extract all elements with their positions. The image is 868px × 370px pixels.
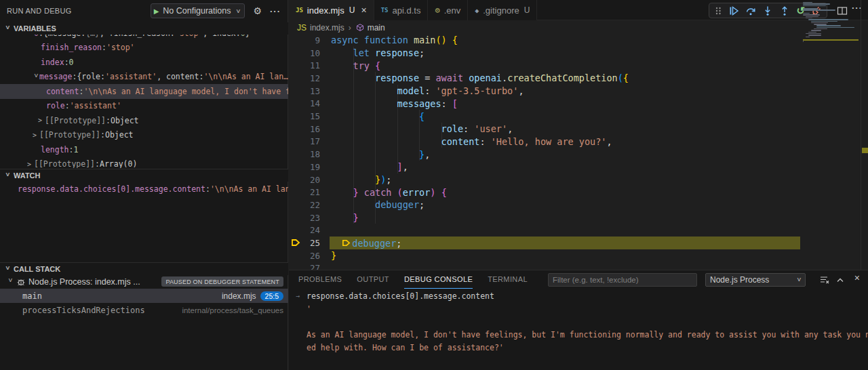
gutter-glyph-margin[interactable] (289, 161, 304, 173)
line-number[interactable]: 19 (304, 162, 320, 172)
line-number[interactable]: 24 (304, 225, 320, 235)
line-number[interactable]: 23 (304, 213, 320, 223)
variables-section-header[interactable]: > VARIABLES (0, 22, 288, 35)
panel-tab-terminal[interactable]: TERMINAL (488, 270, 528, 289)
maximize-panel-icon[interactable] (835, 274, 846, 285)
gutter-glyph-margin[interactable] (289, 98, 304, 110)
gutter-glyph-margin[interactable] (289, 47, 304, 60)
tab-.gitignore[interactable]: ◆.gitignoreU (468, 0, 537, 20)
variable-row[interactable]: >message: {role: 'assistant', content: '… (0, 70, 288, 85)
variable-row[interactable]: index: 0 (0, 55, 288, 70)
gutter-glyph-margin[interactable] (289, 59, 304, 72)
debug-process-dropdown[interactable]: Node.js Process > (705, 273, 806, 287)
line-number[interactable]: 17 (304, 136, 320, 146)
breadcrumb-file[interactable]: index.mjs (310, 23, 344, 33)
gutter-glyph-margin[interactable] (289, 173, 304, 186)
gutter-glyph-margin[interactable] (289, 148, 304, 161)
clear-console-icon[interactable] (819, 274, 830, 285)
gutter-glyph-margin[interactable] (289, 123, 304, 136)
line-number[interactable]: 20 (304, 175, 320, 185)
code-line[interactable]: 19 ], (289, 161, 868, 173)
tab-api.d.ts[interactable]: TSapi.d.ts (374, 0, 429, 20)
panel-tab-output[interactable]: OUTPUT (357, 270, 389, 289)
gutter-glyph-margin[interactable] (289, 136, 304, 148)
panel-tab-problems[interactable]: PROBLEMS (298, 270, 342, 289)
step-out-icon[interactable] (779, 5, 790, 16)
code-line[interactable]: 10 let response; (289, 47, 868, 60)
gutter-glyph-margin[interactable] (289, 110, 304, 123)
code-line[interactable]: 20 }); (289, 173, 868, 186)
gutter-glyph-margin[interactable] (289, 262, 304, 270)
gear-icon[interactable]: ⚙ (253, 5, 262, 16)
more-actions-icon[interactable]: ··· (270, 6, 281, 16)
variable-row[interactable]: role: 'assistant' (0, 99, 288, 114)
line-number[interactable]: 22 (304, 200, 320, 210)
gutter-glyph-margin[interactable] (289, 72, 304, 85)
breadcrumb[interactable]: JS index.mjs › main (289, 20, 868, 35)
code-line[interactable]: 23 } (289, 211, 868, 224)
close-tab-icon[interactable]: × (361, 5, 366, 16)
start-debugging-icon[interactable]: ▶ (154, 7, 159, 15)
launch-config-dropdown[interactable]: ▶ No Configurations > (151, 3, 245, 18)
gutter-glyph-margin[interactable] (289, 224, 304, 237)
code-line[interactable]: 22 debugger; (289, 199, 868, 211)
gutter-glyph-margin[interactable] (289, 249, 304, 262)
line-number[interactable]: 18 (304, 149, 320, 159)
code-line[interactable]: 16 role: 'user', (289, 123, 868, 136)
code-line[interactable]: 25 debugger; (289, 237, 868, 249)
variable-row[interactable]: content: '\n\nAs an AI language model, I… (0, 84, 288, 99)
line-number[interactable]: 9 (304, 35, 320, 45)
line-number[interactable]: 27 (304, 263, 320, 270)
tab-index.mjs[interactable]: JSindex.mjsU× (289, 0, 374, 20)
gutter-glyph-margin[interactable] (289, 237, 304, 249)
line-number[interactable]: 21 (304, 187, 320, 197)
console-filter-input[interactable] (548, 273, 697, 287)
code-line[interactable]: 12 response = await openai.createChatCom… (289, 72, 868, 85)
variable-row[interactable]: >[[Prototype]]: Object (0, 128, 288, 143)
code-line[interactable]: 9async function main() { (289, 35, 868, 47)
gutter-glyph-margin[interactable] (289, 35, 304, 47)
continue-icon[interactable] (728, 5, 739, 16)
code-area[interactable]: 9async function main() {10 let response;… (289, 35, 868, 270)
watch-row[interactable]: response.data.choices[0].message.content… (0, 182, 288, 197)
minimap[interactable] (803, 2, 859, 232)
line-number[interactable]: 10 (304, 48, 320, 58)
chevron-collapsed-icon[interactable]: > (33, 131, 39, 139)
code-line[interactable]: 24 (289, 224, 868, 237)
chevron-expanded-icon[interactable]: > (7, 279, 14, 285)
line-number[interactable]: 14 (304, 98, 320, 108)
code-line[interactable]: 13 model: 'gpt-3.5-turbo', (289, 85, 868, 98)
line-number[interactable]: 12 (304, 73, 320, 83)
variable-row[interactable]: >[[Prototype]]: Array(0) (0, 157, 288, 169)
panel-tab-debug-console[interactable]: DEBUG CONSOLE (404, 270, 473, 289)
debug-console-output[interactable]: →response.data.choices[0].message.conten… (289, 289, 868, 370)
step-into-icon[interactable] (762, 5, 773, 16)
line-number[interactable]: 15 (304, 111, 320, 121)
code-line[interactable]: 15 { (289, 110, 868, 123)
code-line[interactable]: 21 } catch (error) { (289, 186, 868, 199)
stack-frame-row[interactable]: mainindex.mjs25:5 (0, 289, 288, 303)
drag-grip-icon[interactable] (714, 5, 722, 16)
gutter-glyph-margin[interactable] (289, 85, 304, 98)
line-number[interactable]: 11 (304, 60, 320, 70)
tab-.env[interactable]: ⚙.env (428, 0, 468, 20)
gutter-glyph-margin[interactable] (289, 186, 304, 199)
line-number[interactable]: 25 (304, 238, 320, 248)
breadcrumb-symbol[interactable]: main (368, 23, 385, 33)
overview-ruler[interactable] (861, 0, 868, 270)
step-over-icon[interactable] (745, 5, 756, 16)
code-line[interactable]: 18 }, (289, 148, 868, 161)
chevron-collapsed-icon[interactable]: > (27, 161, 34, 168)
code-line[interactable]: 14 messages: [ (289, 98, 868, 110)
stack-frame-row[interactable]: processTicksAndRejectionsinternal/proces… (0, 303, 288, 317)
code-line[interactable]: 27 (289, 262, 868, 270)
line-number[interactable]: 13 (304, 86, 320, 96)
close-panel-icon[interactable]: × (854, 272, 860, 283)
gutter-glyph-margin[interactable] (289, 211, 304, 224)
variable-row[interactable]: length: 1 (0, 142, 288, 157)
variable-row[interactable]: finish_reason: 'stop' (0, 41, 288, 56)
chevron-expanded-icon[interactable]: > (33, 73, 40, 80)
line-number[interactable]: 26 (304, 251, 320, 261)
code-line[interactable]: 26} (289, 249, 868, 262)
gutter-glyph-margin[interactable] (289, 199, 304, 211)
